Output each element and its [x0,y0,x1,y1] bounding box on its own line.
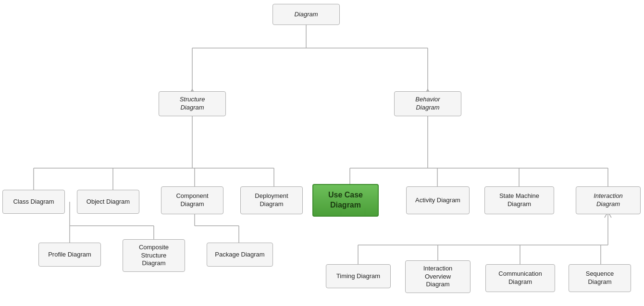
node-structure: StructureDiagram [159,91,226,116]
node-usecase: Use CaseDiagram [312,184,379,217]
node-communication: CommunicationDiagram [485,264,555,292]
node-timing: Timing Diagram [326,264,391,288]
node-activity: Activity Diagram [406,186,470,214]
node-package: Package Diagram [207,243,273,267]
node-interaction: InteractionDiagram [576,186,641,214]
node-class: Class Diagram [2,190,65,214]
node-behavior: BehaviorDiagram [394,91,461,116]
node-object: Object Diagram [77,190,139,214]
node-deployment: DeploymentDiagram [240,186,303,214]
node-composite: CompositeStructureDiagram [123,239,185,272]
diagram-container: Diagram StructureDiagram BehaviorDiagram… [0,0,644,306]
node-interoverview: InteractionOverviewDiagram [405,260,471,293]
node-sequence: SequenceDiagram [569,264,631,292]
node-statemachine: State MachineDiagram [484,186,554,214]
node-component: ComponentDiagram [161,186,223,214]
node-profile: Profile Diagram [38,243,101,267]
node-diagram: Diagram [272,4,340,25]
